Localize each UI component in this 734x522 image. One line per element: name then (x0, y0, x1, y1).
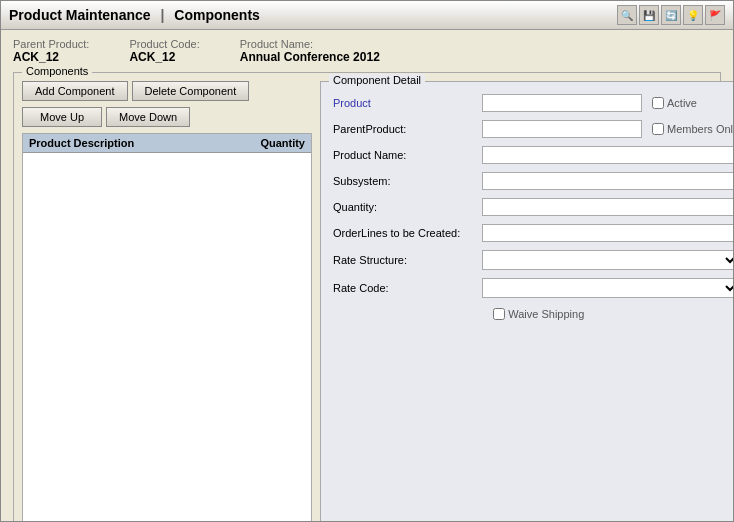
toolbar-icons: 🔍 💾 🔄 💡 🚩 (617, 5, 725, 25)
binoculars-icon[interactable]: 🔍 (617, 5, 637, 25)
quantity-field-label: Quantity: (333, 201, 478, 213)
component-detail-title: Component Detail (329, 74, 425, 86)
rate-structure-row: Rate Structure: (333, 250, 733, 270)
waive-shipping-label: Waive Shipping (508, 308, 584, 320)
orderlines-field[interactable] (482, 224, 733, 242)
table-body (23, 153, 311, 353)
active-checkbox[interactable] (652, 97, 664, 109)
lightbulb-icon[interactable]: 💡 (683, 5, 703, 25)
rate-code-row: Rate Code: (333, 278, 733, 298)
parent-product-info: Parent Product: ACK_12 (13, 38, 89, 64)
rate-structure-select[interactable] (482, 250, 733, 270)
waive-shipping-row: Waive Shipping (333, 308, 733, 320)
components-legend: Components (22, 65, 92, 77)
left-panel: Add Component Delete Component Move Up M… (22, 81, 312, 521)
parent-product-value: ACK_12 (13, 50, 89, 64)
product-code-label: Product Code: (129, 38, 199, 50)
members-only-label: Members Only (667, 123, 733, 135)
active-label: Active (667, 97, 697, 109)
members-only-checkbox[interactable] (652, 123, 664, 135)
orderlines-field-label: OrderLines to be Created: (333, 227, 478, 239)
save-icon[interactable]: 💾 (639, 5, 659, 25)
product-name-info: Product Name: Annual Conference 2012 (240, 38, 380, 64)
move-button-row: Move Up Move Down (22, 107, 312, 127)
refresh-icon[interactable]: 🔄 (661, 5, 681, 25)
components-section: Components Add Component Delete Componen… (13, 72, 721, 521)
product-code-value: ACK_12 (129, 50, 199, 64)
quantity-row: Quantity: (333, 198, 733, 216)
parent-product-field-label: ParentProduct: (333, 123, 478, 135)
delete-component-button[interactable]: Delete Component (132, 81, 250, 101)
quantity-field[interactable] (482, 198, 733, 216)
parent-product-label: Parent Product: (13, 38, 89, 50)
page-title: Product Maintenance | Components (9, 7, 260, 23)
col-description-header: Product Description (29, 137, 245, 149)
product-field-label: Product (333, 97, 478, 109)
flag-icon[interactable]: 🚩 (705, 5, 725, 25)
product-name-row: Product Name: (333, 146, 733, 164)
product-row: Product Active (333, 94, 733, 112)
move-up-button[interactable]: Move Up (22, 107, 102, 127)
waive-shipping-checkbox[interactable] (493, 308, 505, 320)
col-quantity-header: Quantity (245, 137, 305, 149)
rate-code-label: Rate Code: (333, 282, 478, 294)
product-name-value: Annual Conference 2012 (240, 50, 380, 64)
product-field[interactable] (482, 94, 642, 112)
component-detail-panel: Component Detail Product Active ParentPr… (320, 81, 733, 521)
move-down-button[interactable]: Move Down (106, 107, 190, 127)
product-code-info: Product Code: ACK_12 (129, 38, 199, 64)
components-table: Product Description Quantity (22, 133, 312, 521)
top-button-row: Add Component Delete Component (22, 81, 312, 101)
subsystem-row: Subsystem: (333, 172, 733, 190)
subsystem-field[interactable] (482, 172, 733, 190)
rate-structure-label: Rate Structure: (333, 254, 478, 266)
product-name-field[interactable] (482, 146, 733, 164)
product-name-label: Product Name: (240, 38, 380, 50)
product-info: Parent Product: ACK_12 Product Code: ACK… (13, 38, 721, 64)
parent-product-row: ParentProduct: Members Only (333, 120, 733, 138)
add-component-button[interactable]: Add Component (22, 81, 128, 101)
parent-product-field[interactable] (482, 120, 642, 138)
rate-code-select[interactable] (482, 278, 733, 298)
orderlines-row: OrderLines to be Created: (333, 224, 733, 242)
product-name-field-label: Product Name: (333, 149, 478, 161)
table-header: Product Description Quantity (23, 134, 311, 153)
subsystem-field-label: Subsystem: (333, 175, 478, 187)
